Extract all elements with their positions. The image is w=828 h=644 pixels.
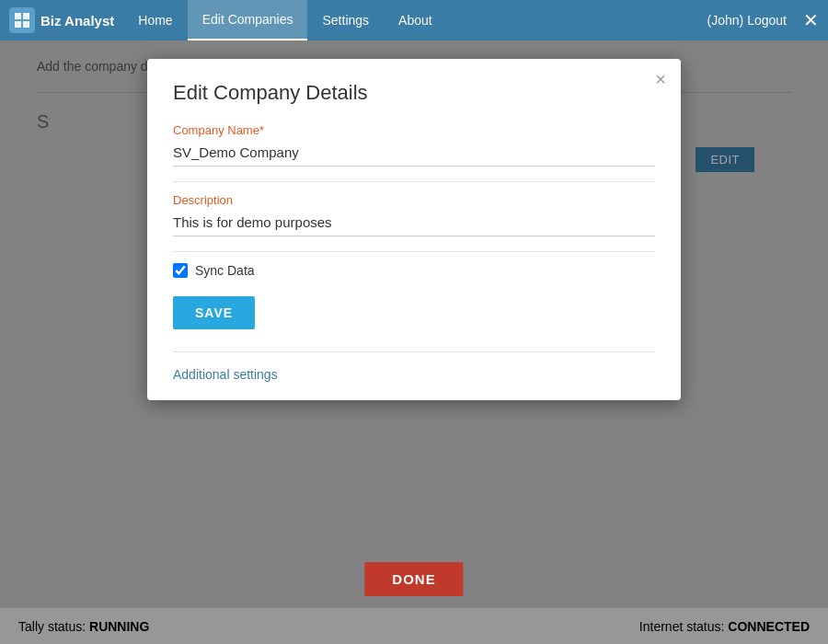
additional-settings-link[interactable]: Additional settings xyxy=(173,367,278,382)
user-label: (John) xyxy=(707,13,744,28)
svg-rect-1 xyxy=(23,13,29,19)
modal-hr xyxy=(173,351,655,352)
form-divider-2 xyxy=(173,251,655,252)
modal-overlay: × Edit Company Details Company Name* Des… xyxy=(0,40,828,644)
logout-button[interactable]: (John) Logout xyxy=(707,13,787,28)
description-label: Description xyxy=(173,193,655,207)
company-name-label: Company Name* xyxy=(173,123,655,137)
done-button[interactable]: DONE xyxy=(364,562,463,596)
logout-label: Logout xyxy=(747,13,787,28)
logo-icon xyxy=(9,7,35,33)
modal-close-button[interactable]: × xyxy=(655,70,666,88)
save-button[interactable]: SAVE xyxy=(173,296,255,329)
app-title: Biz Analyst xyxy=(40,13,114,29)
modal-title: Edit Company Details xyxy=(173,81,655,105)
edit-company-modal: × Edit Company Details Company Name* Des… xyxy=(147,59,681,400)
company-name-group: Company Name* xyxy=(173,123,655,167)
sync-data-label: Sync Data xyxy=(195,263,255,278)
navbar: Biz Analyst Home Edit Companies Settings… xyxy=(0,0,828,40)
nav-home[interactable]: Home xyxy=(123,0,187,40)
nav-edit-companies[interactable]: Edit Companies xyxy=(188,0,308,40)
sync-data-checkbox[interactable] xyxy=(173,263,188,278)
svg-rect-0 xyxy=(15,13,21,19)
sync-data-row: Sync Data xyxy=(173,263,655,278)
description-input[interactable] xyxy=(173,211,655,236)
company-name-input[interactable] xyxy=(173,141,655,167)
svg-rect-3 xyxy=(23,21,29,28)
svg-rect-2 xyxy=(15,21,21,28)
nav-about[interactable]: About xyxy=(384,0,447,40)
nav-close-icon[interactable]: ✕ xyxy=(803,9,819,31)
app-logo: Biz Analyst xyxy=(9,7,114,33)
nav-links: Home Edit Companies Settings About xyxy=(123,0,707,40)
nav-settings[interactable]: Settings xyxy=(307,0,384,40)
navbar-right: (John) Logout ✕ xyxy=(707,9,819,31)
description-group: Description xyxy=(173,193,655,236)
form-divider-1 xyxy=(173,181,655,182)
